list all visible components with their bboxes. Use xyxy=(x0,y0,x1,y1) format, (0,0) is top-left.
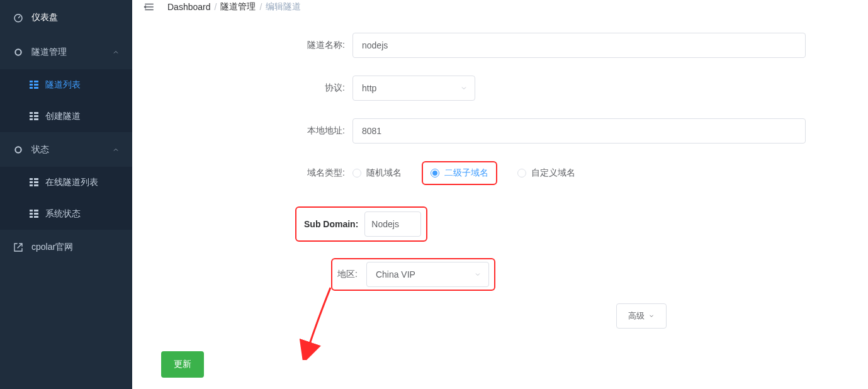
radio-label: 自定义域名 xyxy=(531,167,575,179)
main: Dashboard / 隧道管理 / 编辑隧道 隧道名称: 协议: http 本 xyxy=(132,0,868,389)
update-button[interactable]: 更新 xyxy=(161,351,204,378)
svg-rect-23 xyxy=(30,213,33,215)
sidebar-sub-online-tunnels[interactable]: 在线隧道列表 xyxy=(0,167,132,198)
protocol-select[interactable]: http xyxy=(352,76,475,101)
breadcrumb-tunnel-mgmt[interactable]: 隧道管理 xyxy=(220,1,256,13)
svg-rect-24 xyxy=(34,213,38,215)
breadcrumb-edit-tunnel: 编辑隧道 xyxy=(266,1,301,13)
sidebar: 仪表盘 隧道管理 隧道列表 创建隧道 状态 在线隧道列表 xyxy=(0,0,132,389)
svg-point-14 xyxy=(15,147,21,152)
svg-rect-12 xyxy=(30,118,33,120)
form-content: 隧道名称: 协议: http 本地地址: 域名类型: xyxy=(132,14,868,389)
svg-rect-22 xyxy=(34,210,38,211)
protocol-label: 协议: xyxy=(138,82,352,94)
sidebar-item-dashboard[interactable]: 仪表盘 xyxy=(0,0,132,35)
update-label: 更新 xyxy=(174,359,191,370)
svg-rect-15 xyxy=(30,178,33,180)
svg-rect-9 xyxy=(34,112,38,114)
svg-rect-26 xyxy=(34,216,38,218)
sidebar-item-label: 隧道管理 xyxy=(31,47,67,58)
svg-rect-13 xyxy=(34,118,38,120)
sidebar-sub-label: 隧道列表 xyxy=(45,79,81,91)
svg-rect-21 xyxy=(30,210,33,211)
svg-rect-25 xyxy=(30,216,33,218)
local-addr-label: 本地地址: xyxy=(138,125,352,137)
region-label: 地区: xyxy=(337,269,360,280)
svg-rect-20 xyxy=(34,184,38,186)
sidebar-item-label: 仪表盘 xyxy=(31,12,58,23)
radio-circle-icon xyxy=(431,169,439,178)
grid-icon xyxy=(29,209,39,219)
sidebar-item-tunnel-mgmt[interactable]: 隧道管理 xyxy=(0,35,132,69)
subdomain-input[interactable] xyxy=(364,211,421,237)
svg-rect-2 xyxy=(30,81,33,82)
radio-circle-icon xyxy=(352,169,361,178)
grid-icon xyxy=(29,178,39,188)
ring-icon xyxy=(13,47,24,58)
row-protocol: 协议: http xyxy=(138,76,849,101)
sidebar-item-label: 状态 xyxy=(31,144,49,155)
breadcrumb: Dashboard / 隧道管理 / 编辑隧道 xyxy=(167,1,301,13)
row-advanced: 高级 xyxy=(138,303,849,329)
svg-rect-8 xyxy=(30,112,33,114)
ring-icon xyxy=(13,144,24,155)
row-local-addr: 本地地址: xyxy=(138,118,849,144)
radio-custom-domain[interactable]: 自定义域名 xyxy=(517,167,575,179)
local-addr-input[interactable] xyxy=(352,118,806,144)
svg-rect-16 xyxy=(34,178,38,180)
topbar: Dashboard / 隧道管理 / 编辑隧道 xyxy=(132,0,868,14)
advanced-label: 高级 xyxy=(628,310,645,322)
region-select[interactable]: China VIP xyxy=(366,262,489,287)
tunnel-name-label: 隧道名称: xyxy=(138,40,352,51)
radio-label: 二级子域名 xyxy=(444,167,488,179)
radio-random-domain[interactable]: 随机域名 xyxy=(352,167,402,179)
highlight-subdomain: 二级子域名 xyxy=(422,161,497,185)
highlight-subdomain-field: Sub Domain: xyxy=(295,206,427,242)
sidebar-item-status[interactable]: 状态 xyxy=(0,132,132,167)
svg-rect-10 xyxy=(30,115,33,117)
sidebar-item-label: cpolar官网 xyxy=(31,242,73,253)
sidebar-item-cpolar-site[interactable]: cpolar官网 xyxy=(0,230,132,264)
collapse-sidebar-icon[interactable] xyxy=(142,0,156,14)
sidebar-sub-create-tunnel[interactable]: 创建隧道 xyxy=(0,101,132,132)
row-region: 地区: China VIP xyxy=(138,258,849,291)
highlight-region: 地区: China VIP xyxy=(331,258,495,291)
sidebar-sub-label: 系统状态 xyxy=(45,208,81,220)
advanced-button[interactable]: 高级 xyxy=(616,303,667,329)
svg-rect-11 xyxy=(34,115,38,117)
subdomain-label: Sub Domain: xyxy=(302,219,364,229)
external-link-icon xyxy=(13,242,24,253)
svg-rect-18 xyxy=(34,181,38,183)
svg-point-1 xyxy=(15,49,21,55)
breadcrumb-dashboard[interactable]: Dashboard xyxy=(167,2,211,12)
radio-subdomain[interactable]: 二级子域名 xyxy=(431,167,488,179)
row-tunnel-name: 隧道名称: xyxy=(138,33,849,58)
svg-rect-7 xyxy=(34,87,38,89)
svg-rect-5 xyxy=(34,84,38,86)
sidebar-sub-system-status[interactable]: 系统状态 xyxy=(0,198,132,230)
radio-circle-icon xyxy=(517,169,526,178)
breadcrumb-sep: / xyxy=(259,2,262,12)
chevron-up-icon xyxy=(112,146,120,154)
caret-down-icon xyxy=(648,313,655,319)
tunnel-name-input[interactable] xyxy=(352,33,806,58)
svg-rect-17 xyxy=(30,181,33,183)
radio-label: 随机域名 xyxy=(366,167,402,179)
sidebar-sub-tunnel-list[interactable]: 隧道列表 xyxy=(0,69,132,101)
svg-rect-6 xyxy=(30,87,33,89)
svg-rect-19 xyxy=(30,184,33,186)
sidebar-sub-label: 在线隧道列表 xyxy=(45,177,98,188)
row-subdomain: Sub Domain: xyxy=(138,206,849,242)
sidebar-sub-label: 创建隧道 xyxy=(45,111,81,122)
domain-type-label: 域名类型: xyxy=(138,167,352,179)
domain-type-radio-group: 随机域名 二级子域名 自定义域名 xyxy=(352,161,575,185)
chevron-up-icon xyxy=(112,48,120,56)
svg-rect-3 xyxy=(34,81,38,82)
row-domain-type: 域名类型: 随机域名 二级子域名 自定义域名 xyxy=(138,161,849,185)
grid-icon xyxy=(29,111,39,121)
grid-icon xyxy=(29,80,39,90)
svg-rect-4 xyxy=(30,84,33,86)
breadcrumb-sep: / xyxy=(215,2,217,12)
gauge-icon xyxy=(13,12,24,23)
